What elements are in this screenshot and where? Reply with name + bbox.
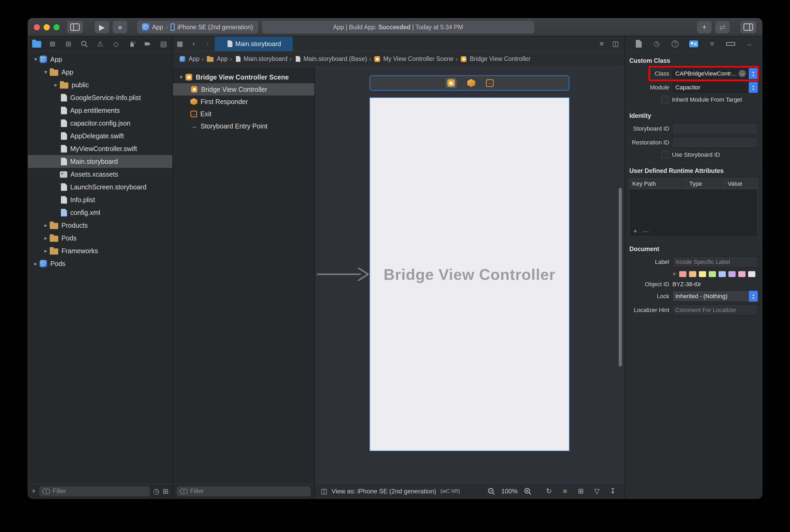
project-navigator-icon[interactable]	[30, 38, 43, 50]
view-controller-dock-item[interactable]	[445, 78, 457, 88]
file-inspector-icon[interactable]	[632, 38, 644, 50]
clear-color-button[interactable]: ×	[672, 270, 676, 278]
color-swatch[interactable]	[689, 271, 696, 277]
related-items-icon[interactable]: ▦	[173, 36, 187, 51]
recent-files-filter-icon[interactable]: ◷	[153, 487, 160, 496]
column-header[interactable]: Key Path	[630, 178, 687, 189]
view-as-label[interactable]: View as: iPhone SE (2nd generation)	[332, 488, 436, 495]
stop-button[interactable]: ■	[113, 21, 127, 33]
file-tree-row[interactable]: ▾App	[28, 53, 172, 66]
class-dropdown-stepper[interactable]: ▴▾	[749, 68, 758, 79]
align-icon[interactable]: ≡	[559, 487, 571, 495]
file-tree-row[interactable]: config.xml	[28, 206, 172, 219]
debug-navigator-icon[interactable]	[125, 38, 139, 50]
disclosure-triangle-icon[interactable]: ▸	[32, 261, 40, 267]
file-tree-row[interactable]: LaunchScreen.storyboard	[28, 180, 172, 193]
breadcrumb[interactable]: App	[179, 55, 199, 63]
breadcrumb[interactable]: App	[206, 55, 228, 62]
lock-dropdown-stepper[interactable]: ▴▾	[749, 291, 758, 302]
library-button[interactable]: +	[697, 21, 712, 33]
disclosure-triangle-icon[interactable]: ▾	[32, 56, 40, 62]
view-controller-view[interactable]: Bridge View Controller	[369, 97, 570, 451]
find-navigator-icon[interactable]	[78, 38, 91, 50]
back-button[interactable]: ‹	[187, 36, 200, 51]
file-tree-row[interactable]: ▸Pods	[28, 232, 172, 244]
adjust-editor-icon[interactable]: ≡	[595, 36, 609, 51]
activity-status[interactable]: App | Build App: Succeeded | Today at 5:…	[262, 21, 534, 34]
update-frames-icon[interactable]: ↻	[543, 487, 555, 495]
remove-attribute-button[interactable]: —	[642, 227, 649, 235]
toggle-right-sidebar-button[interactable]	[740, 21, 756, 33]
color-swatch[interactable]	[718, 271, 726, 277]
identity-inspector-icon[interactable]	[688, 38, 700, 50]
column-header[interactable]: Type	[687, 178, 725, 189]
column-header[interactable]: Value	[725, 178, 757, 189]
zoom-in-icon[interactable]	[522, 487, 534, 495]
outline-row[interactable]: →Exit	[173, 108, 314, 120]
exit-segue-icon[interactable]: →	[486, 79, 494, 87]
zoom-level-label[interactable]: 100%	[501, 488, 518, 495]
color-swatch[interactable]	[709, 271, 716, 277]
editor-options-button[interactable]: ⇄	[715, 21, 730, 33]
file-tree-row[interactable]: ▸public	[28, 78, 172, 91]
disclosure-triangle-icon[interactable]: ▸	[42, 248, 50, 254]
lock-dropdown[interactable]: Inherited - (Nothing)	[672, 291, 749, 302]
file-tree-row[interactable]: MyViewController.swift	[28, 142, 172, 155]
file-tree-row[interactable]: ▸Pods	[28, 257, 172, 270]
breadcrumb[interactable]: Main.storyboard	[234, 55, 288, 63]
attributes-inspector-icon[interactable]: ≡	[706, 38, 718, 50]
source-control-navigator-icon[interactable]: ⊠	[46, 38, 59, 50]
embed-icon[interactable]: ↧	[607, 487, 619, 495]
file-tree-row[interactable]: ▸Products	[28, 219, 172, 232]
inherit-module-checkbox[interactable]	[661, 96, 669, 103]
disclosure-triangle-icon[interactable]: ▸	[42, 235, 50, 241]
issue-navigator-icon[interactable]: ⚠	[94, 38, 107, 50]
color-swatch[interactable]	[738, 271, 746, 277]
color-swatch[interactable]	[679, 271, 687, 277]
minimize-window-button[interactable]	[44, 24, 50, 30]
report-navigator-icon[interactable]: ▤	[157, 38, 170, 50]
add-attribute-button[interactable]: +	[633, 227, 637, 235]
color-swatch[interactable]	[748, 271, 755, 277]
add-constraints-icon[interactable]: ⊞	[575, 487, 587, 495]
disclosure-triangle-icon[interactable]: ▸	[42, 222, 50, 228]
size-inspector-icon[interactable]	[725, 38, 737, 50]
test-navigator-icon[interactable]: ◇	[109, 38, 123, 50]
first-responder-cube-icon[interactable]	[467, 79, 475, 87]
file-tree-row[interactable]: ▾App	[28, 66, 172, 78]
forward-button[interactable]: ›	[200, 36, 214, 51]
breadcrumb[interactable]: Main.storyboard (Base)	[294, 55, 367, 63]
file-tree-row-selected[interactable]: Main.storyboard	[28, 155, 172, 168]
storyboard-entry-arrow[interactable]	[316, 265, 370, 284]
tab-main-storyboard[interactable]: Main.storyboard	[214, 36, 293, 51]
outline-row-selected[interactable]: Bridge View Controller	[173, 83, 314, 95]
disclosure-triangle-icon[interactable]: ▸	[52, 82, 60, 88]
file-tree-row[interactable]: capacitor.config.json	[28, 117, 172, 130]
canvas-area[interactable]: → Bridge View Controller	[315, 67, 624, 483]
module-field[interactable]: Capacitor	[672, 82, 749, 93]
connections-inspector-icon[interactable]: →	[743, 38, 755, 50]
outline-row[interactable]: First Responder	[173, 95, 314, 108]
breadcrumb[interactable]: My View Controller Scene	[373, 55, 454, 63]
table-body-empty[interactable]	[630, 189, 757, 226]
add-file-button[interactable]: +	[32, 487, 36, 495]
history-inspector-icon[interactable]: ◷	[651, 38, 663, 50]
scene-header-row[interactable]: ▾ Bridge View Controller Scene	[173, 71, 314, 83]
device-preview-icon[interactable]: ◫	[321, 487, 327, 495]
file-tree-row[interactable]: AppDelegate.swift	[28, 130, 172, 142]
label-field[interactable]: Xcode Specific Label	[672, 256, 758, 267]
localizer-hint-field[interactable]: Comment For Localizer	[672, 305, 758, 316]
close-window-button[interactable]	[34, 24, 40, 30]
color-swatch[interactable]	[699, 271, 706, 277]
navigator-filter-field[interactable]: ▾ Filter	[39, 486, 150, 496]
storyboard-id-field[interactable]	[672, 123, 758, 134]
disclosure-triangle-icon[interactable]: ▾	[42, 69, 50, 75]
file-tree-row[interactable]: ▸Frameworks	[28, 244, 172, 257]
file-tree-row[interactable]: App.entitlements	[28, 104, 172, 117]
source-control-status-filter-icon[interactable]: ⊞	[162, 487, 169, 496]
breakpoint-navigator-icon[interactable]	[141, 38, 154, 50]
module-dropdown-stepper[interactable]: ▴▾	[749, 82, 758, 93]
view-controller-scene[interactable]: → Bridge View Controller	[369, 75, 570, 451]
outline-row[interactable]: →Storyboard Entry Point	[173, 120, 314, 132]
zoom-window-button[interactable]	[54, 24, 60, 30]
